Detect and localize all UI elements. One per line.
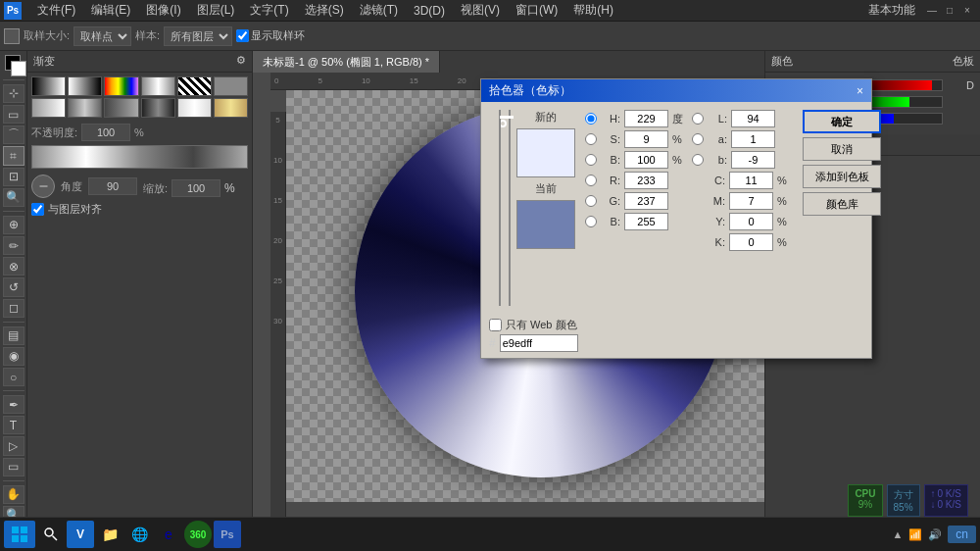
r-radio[interactable] (585, 175, 597, 186)
show-rings-checkbox[interactable]: 显示取样环 (236, 28, 305, 43)
gradient-tool[interactable]: ▤ (3, 326, 24, 345)
l-field-input[interactable] (731, 110, 775, 127)
maximize-button[interactable]: □ (941, 2, 958, 20)
s-field-input[interactable] (624, 130, 668, 148)
c-field-input[interactable] (729, 172, 773, 189)
alpha-slider[interactable] (509, 110, 511, 306)
crop-tool[interactable]: ⊡ (3, 168, 24, 186)
r-field-input[interactable] (624, 172, 668, 189)
taskbar-icon-browser[interactable]: 🌐 (125, 521, 153, 548)
start-button[interactable] (4, 521, 35, 548)
h-field-input[interactable]: 229 (624, 110, 668, 127)
gradient-swatch-bw[interactable] (31, 76, 66, 96)
canvas-tab-active[interactable]: 未标题-1 @ 50% (椭圆 1, RGB/8) * (253, 51, 440, 73)
color-picker-titlebar[interactable]: 拾色器（色标） × (481, 79, 871, 102)
menu-text[interactable]: 文字(T) (242, 0, 296, 21)
marquee-tool[interactable]: ▭ (3, 105, 24, 124)
gradient-swatch-3[interactable] (68, 98, 102, 118)
angle-dial[interactable] (31, 175, 55, 198)
gradient-swatch-4[interactable] (104, 98, 138, 118)
menu-3d[interactable]: 3D(D) (406, 2, 453, 20)
gradient-swatch-rainbow[interactable] (104, 76, 138, 96)
menu-image[interactable]: 图像(I) (138, 0, 188, 21)
b2-radio[interactable] (692, 154, 704, 166)
blur-tool[interactable]: ◉ (3, 347, 24, 366)
brush-tool[interactable]: ✏ (3, 236, 24, 255)
b-field-input[interactable] (624, 151, 668, 169)
type-tool[interactable]: T (3, 416, 24, 434)
a-field-input[interactable] (731, 130, 775, 148)
gradient-swatch-2[interactable] (31, 98, 66, 118)
g-radio[interactable] (585, 195, 597, 207)
cancel-button[interactable]: 取消 (803, 137, 881, 161)
s-radio[interactable] (585, 133, 597, 145)
b2-field-input[interactable] (731, 151, 775, 169)
gradient-swatch-gray[interactable] (214, 76, 248, 96)
taskbar-icon-search[interactable] (37, 521, 65, 548)
b-radio[interactable] (585, 154, 597, 166)
gradient-swatch-gold[interactable] (214, 98, 248, 118)
menu-edit[interactable]: 编辑(E) (83, 0, 138, 21)
color-library-button[interactable]: 颜色库 (803, 192, 881, 216)
color-picker-close-icon[interactable]: × (857, 84, 863, 98)
menu-view[interactable]: 视图(V) (453, 0, 508, 21)
menu-filter[interactable]: 滤镜(T) (352, 0, 406, 21)
menu-help[interactable]: 帮助(H) (565, 0, 621, 21)
menu-window[interactable]: 窗口(W) (508, 0, 565, 21)
gradient-swatch-5[interactable] (141, 98, 175, 118)
hue-slider[interactable] (499, 110, 501, 306)
gradient-swatch-strip[interactable] (177, 76, 212, 96)
pen-tool[interactable]: ✒ (3, 395, 24, 414)
healing-tool[interactable]: ⊕ (3, 216, 24, 234)
gradient-panel-options-icon[interactable]: ⚙ (236, 54, 246, 69)
hand-tool[interactable]: ✋ (3, 485, 24, 504)
hex-input[interactable]: e9edff (500, 334, 578, 352)
magic-wand-tool[interactable]: ⌗ (3, 146, 24, 165)
g-field-input[interactable] (624, 192, 668, 210)
m-field-input[interactable] (729, 192, 773, 210)
move-tool[interactable]: ⊹ (3, 84, 24, 103)
scale-input[interactable]: 100 (172, 179, 220, 197)
h-radio[interactable] (585, 113, 597, 125)
blue-field-input[interactable] (624, 213, 668, 230)
menu-select[interactable]: 选择(S) (297, 0, 352, 21)
gradient-swatch-6[interactable] (177, 98, 212, 118)
close-button[interactable]: × (958, 2, 976, 20)
lasso-tool[interactable]: ⌒ (3, 125, 24, 144)
gradient-preview-bar[interactable] (31, 145, 248, 169)
taskbar-icon-ps[interactable]: Ps (214, 521, 241, 548)
shape-tool[interactable]: ▭ (3, 458, 24, 476)
new-color-swatch[interactable] (516, 128, 575, 177)
color-panel-tab2[interactable]: 色板 (953, 54, 974, 69)
y-field-input[interactable] (729, 213, 773, 230)
gradient-swatch-metal[interactable] (141, 76, 175, 96)
ok-button[interactable]: 确定 (803, 110, 881, 133)
minimize-button[interactable]: — (923, 2, 941, 20)
path-tool[interactable]: ▷ (3, 436, 24, 455)
taskbar-icon-vscode[interactable]: V (67, 521, 94, 548)
menu-layer[interactable]: 图层(L) (189, 0, 243, 21)
gradient-swatch-wb[interactable] (68, 76, 102, 96)
web-only-checkbox[interactable] (489, 319, 502, 331)
k-field-input[interactable] (729, 233, 773, 251)
add-to-swatches-button[interactable]: 添加到色板 (803, 165, 881, 188)
taskbar-icon-360[interactable]: 360 (184, 521, 212, 548)
language-indicator[interactable]: cn (948, 526, 976, 543)
opacity-input[interactable]: 100 (81, 124, 130, 141)
sample-size-select[interactable]: 取样点 (74, 26, 131, 46)
angle-input[interactable]: 90 (88, 177, 137, 195)
blue-radio[interactable] (585, 216, 597, 227)
workspace-feature[interactable]: 基本功能 (860, 0, 923, 21)
history-tool[interactable]: ↺ (3, 277, 24, 296)
dodge-tool[interactable]: ○ (3, 368, 24, 386)
taskbar-icon-folder[interactable]: 📁 (96, 521, 123, 548)
eyedropper-tool[interactable]: 🔍 (3, 188, 24, 207)
l-radio[interactable] (692, 113, 704, 125)
clone-tool[interactable]: ⊗ (3, 257, 24, 276)
background-color-swatch[interactable] (11, 61, 26, 76)
align-layers-checkbox[interactable] (31, 203, 44, 216)
sample-select[interactable]: 所有图层 (164, 26, 232, 46)
eraser-tool[interactable]: ◻ (3, 299, 24, 318)
taskbar-icon-ie[interactable]: e (155, 521, 182, 548)
current-color-swatch[interactable] (516, 200, 575, 249)
